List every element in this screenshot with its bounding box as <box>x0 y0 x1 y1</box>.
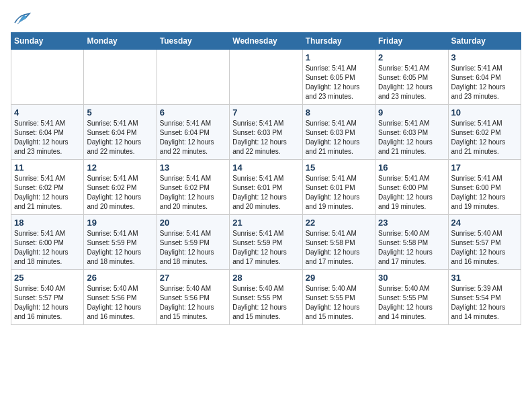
day-info: Sunrise: 5:41 AM Sunset: 6:02 PM Dayligh… <box>451 119 518 156</box>
calendar-cell: 27Sunrise: 5:40 AM Sunset: 5:56 PM Dayli… <box>157 270 229 325</box>
day-info: Sunrise: 5:40 AM Sunset: 5:58 PM Dayligh… <box>378 229 445 267</box>
day-info: Sunrise: 5:41 AM Sunset: 6:03 PM Dayligh… <box>306 119 372 156</box>
calendar-cell: 17Sunrise: 5:41 AM Sunset: 6:00 PM Dayli… <box>448 160 521 215</box>
day-number: 27 <box>160 273 226 283</box>
weekday-header-friday: Friday <box>375 33 448 50</box>
calendar-cell: 12Sunrise: 5:41 AM Sunset: 6:02 PM Dayli… <box>84 160 157 215</box>
day-number: 10 <box>451 107 518 118</box>
day-number: 22 <box>306 218 372 228</box>
day-info: Sunrise: 5:41 AM Sunset: 5:58 PM Dayligh… <box>306 229 372 267</box>
day-info: Sunrise: 5:41 AM Sunset: 5:59 PM Dayligh… <box>87 229 153 267</box>
calendar-week-1: 1Sunrise: 5:41 AM Sunset: 6:05 PM Daylig… <box>11 50 521 105</box>
day-info: Sunrise: 5:41 AM Sunset: 6:04 PM Dayligh… <box>451 64 518 101</box>
day-info: Sunrise: 5:41 AM Sunset: 6:00 PM Dayligh… <box>451 174 518 212</box>
calendar-cell: 9Sunrise: 5:41 AM Sunset: 6:03 PM Daylig… <box>375 105 448 160</box>
day-info: Sunrise: 5:41 AM Sunset: 6:04 PM Dayligh… <box>14 119 81 156</box>
day-info: Sunrise: 5:40 AM Sunset: 5:55 PM Dayligh… <box>378 284 445 322</box>
logo-icon <box>12 11 31 26</box>
day-number: 24 <box>451 218 518 228</box>
day-info: Sunrise: 5:41 AM Sunset: 5:59 PM Dayligh… <box>232 229 299 267</box>
calendar-cell: 28Sunrise: 5:40 AM Sunset: 5:55 PM Dayli… <box>230 270 302 325</box>
day-info: Sunrise: 5:40 AM Sunset: 5:56 PM Dayligh… <box>87 284 153 322</box>
day-info: Sunrise: 5:41 AM Sunset: 6:05 PM Dayligh… <box>306 64 372 101</box>
calendar-cell: 18Sunrise: 5:41 AM Sunset: 6:00 PM Dayli… <box>11 215 84 270</box>
day-info: Sunrise: 5:41 AM Sunset: 6:00 PM Dayligh… <box>14 229 81 267</box>
day-number: 31 <box>451 273 518 283</box>
calendar-cell: 22Sunrise: 5:41 AM Sunset: 5:58 PM Dayli… <box>302 215 375 270</box>
day-info: Sunrise: 5:41 AM Sunset: 5:59 PM Dayligh… <box>160 229 226 267</box>
day-number: 6 <box>160 107 226 118</box>
calendar-week-3: 11Sunrise: 5:41 AM Sunset: 6:02 PM Dayli… <box>11 160 521 215</box>
day-info: Sunrise: 5:41 AM Sunset: 6:02 PM Dayligh… <box>160 174 226 212</box>
day-number: 13 <box>160 163 226 173</box>
day-number: 5 <box>87 107 153 118</box>
day-number: 3 <box>451 52 518 62</box>
day-info: Sunrise: 5:40 AM Sunset: 5:56 PM Dayligh… <box>160 284 226 322</box>
day-number: 8 <box>306 107 372 118</box>
calendar-cell: 19Sunrise: 5:41 AM Sunset: 5:59 PM Dayli… <box>84 215 157 270</box>
day-number: 17 <box>451 163 518 173</box>
calendar-cell: 6Sunrise: 5:41 AM Sunset: 6:04 PM Daylig… <box>157 105 229 160</box>
calendar-cell: 13Sunrise: 5:41 AM Sunset: 6:02 PM Dayli… <box>157 160 229 215</box>
day-info: Sunrise: 5:41 AM Sunset: 6:04 PM Dayligh… <box>87 119 153 156</box>
day-number: 7 <box>232 107 299 118</box>
calendar-week-4: 18Sunrise: 5:41 AM Sunset: 6:00 PM Dayli… <box>11 215 521 270</box>
calendar-cell: 31Sunrise: 5:39 AM Sunset: 5:54 PM Dayli… <box>448 270 521 325</box>
day-info: Sunrise: 5:41 AM Sunset: 6:05 PM Dayligh… <box>378 64 445 101</box>
day-info: Sunrise: 5:40 AM Sunset: 5:55 PM Dayligh… <box>232 284 299 322</box>
day-number: 14 <box>232 163 299 173</box>
calendar-cell: 23Sunrise: 5:40 AM Sunset: 5:58 PM Dayli… <box>375 215 448 270</box>
calendar-table: SundayMondayTuesdayWednesdayThursdayFrid… <box>11 32 521 325</box>
weekday-header-thursday: Thursday <box>302 33 375 50</box>
calendar-cell: 10Sunrise: 5:41 AM Sunset: 6:02 PM Dayli… <box>448 105 521 160</box>
calendar-cell: 4Sunrise: 5:41 AM Sunset: 6:04 PM Daylig… <box>11 105 84 160</box>
calendar-cell: 24Sunrise: 5:40 AM Sunset: 5:57 PM Dayli… <box>448 215 521 270</box>
calendar-cell <box>84 50 157 105</box>
calendar-cell: 1Sunrise: 5:41 AM Sunset: 6:05 PM Daylig… <box>302 50 375 105</box>
calendar-cell <box>157 50 229 105</box>
day-number: 9 <box>378 107 445 118</box>
calendar-cell: 8Sunrise: 5:41 AM Sunset: 6:03 PM Daylig… <box>302 105 375 160</box>
day-info: Sunrise: 5:41 AM Sunset: 6:01 PM Dayligh… <box>306 174 372 212</box>
day-number: 25 <box>14 273 81 283</box>
day-number: 23 <box>378 218 445 228</box>
day-number: 20 <box>160 218 226 228</box>
day-info: Sunrise: 5:39 AM Sunset: 5:54 PM Dayligh… <box>451 284 518 322</box>
calendar-week-5: 25Sunrise: 5:40 AM Sunset: 5:57 PM Dayli… <box>11 270 521 325</box>
day-number: 4 <box>14 107 81 118</box>
day-info: Sunrise: 5:40 AM Sunset: 5:55 PM Dayligh… <box>306 284 372 322</box>
day-number: 21 <box>232 218 299 228</box>
weekday-header-saturday: Saturday <box>448 33 521 50</box>
day-number: 16 <box>378 163 445 173</box>
day-number: 30 <box>378 273 445 283</box>
calendar-header-row: SundayMondayTuesdayWednesdayThursdayFrid… <box>11 33 521 50</box>
calendar-cell: 21Sunrise: 5:41 AM Sunset: 5:59 PM Dayli… <box>230 215 302 270</box>
day-info: Sunrise: 5:41 AM Sunset: 6:01 PM Dayligh… <box>232 174 299 212</box>
day-number: 15 <box>306 163 372 173</box>
calendar-cell: 14Sunrise: 5:41 AM Sunset: 6:01 PM Dayli… <box>230 160 302 215</box>
day-number: 12 <box>87 163 153 173</box>
calendar-cell: 3Sunrise: 5:41 AM Sunset: 6:04 PM Daylig… <box>448 50 521 105</box>
day-number: 29 <box>306 273 372 283</box>
calendar-header <box>11 11 521 26</box>
day-number: 11 <box>14 163 81 173</box>
day-info: Sunrise: 5:41 AM Sunset: 6:02 PM Dayligh… <box>87 174 153 212</box>
day-info: Sunrise: 5:41 AM Sunset: 6:04 PM Dayligh… <box>160 119 226 156</box>
weekday-header-tuesday: Tuesday <box>157 33 229 50</box>
calendar-cell: 11Sunrise: 5:41 AM Sunset: 6:02 PM Dayli… <box>11 160 84 215</box>
day-info: Sunrise: 5:40 AM Sunset: 5:57 PM Dayligh… <box>451 229 518 267</box>
calendar-cell: 29Sunrise: 5:40 AM Sunset: 5:55 PM Dayli… <box>302 270 375 325</box>
weekday-header-sunday: Sunday <box>11 33 84 50</box>
calendar-cell: 20Sunrise: 5:41 AM Sunset: 5:59 PM Dayli… <box>157 215 229 270</box>
calendar-cell: 16Sunrise: 5:41 AM Sunset: 6:00 PM Dayli… <box>375 160 448 215</box>
day-info: Sunrise: 5:41 AM Sunset: 6:03 PM Dayligh… <box>232 119 299 156</box>
calendar-cell: 2Sunrise: 5:41 AM Sunset: 6:05 PM Daylig… <box>375 50 448 105</box>
day-number: 1 <box>306 52 372 62</box>
day-info: Sunrise: 5:41 AM Sunset: 6:03 PM Dayligh… <box>378 119 445 156</box>
day-number: 18 <box>14 218 81 228</box>
calendar-cell: 26Sunrise: 5:40 AM Sunset: 5:56 PM Dayli… <box>84 270 157 325</box>
calendar-cell: 15Sunrise: 5:41 AM Sunset: 6:01 PM Dayli… <box>302 160 375 215</box>
calendar-cell <box>230 50 302 105</box>
calendar-cell: 30Sunrise: 5:40 AM Sunset: 5:55 PM Dayli… <box>375 270 448 325</box>
weekday-header-wednesday: Wednesday <box>230 33 302 50</box>
